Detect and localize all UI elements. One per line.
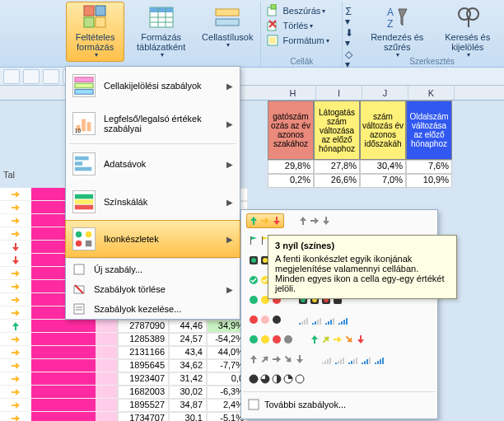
menu-highlight-rules[interactable]: Cellakijelölési szabályok▶	[66, 67, 240, 105]
svg-point-76	[273, 316, 281, 324]
svg-rect-10	[216, 9, 239, 16]
trend-icon	[0, 227, 31, 241]
sigma-icon[interactable]: Σ ▾	[345, 7, 357, 26]
data-bar	[31, 386, 118, 399]
svg-rect-100	[329, 358, 331, 364]
col-h[interactable]: H	[270, 86, 316, 100]
tool-btn[interactable]	[43, 69, 59, 84]
svg-rect-90	[341, 321, 343, 325]
trend-icon	[0, 306, 31, 320]
svg-rect-3	[96, 17, 105, 27]
svg-rect-92	[346, 318, 348, 325]
find-select-button[interactable]: Keresés és kijelölés▾	[434, 2, 501, 62]
svg-rect-32	[75, 161, 82, 166]
trend-icon	[0, 267, 31, 280]
cell[interactable]: 31,42	[169, 372, 207, 386]
svg-rect-98	[324, 361, 326, 364]
trend-icon	[0, 333, 31, 346]
delete-icon	[266, 19, 279, 32]
cell-styles-button[interactable]: Cellastílusok▾	[198, 2, 257, 62]
svg-rect-101	[335, 363, 337, 364]
menu-manage-rules[interactable]: Szabályok kezelése...	[66, 299, 240, 319]
menu-data-bars[interactable]: Adatsávok▶	[66, 145, 240, 183]
hdr-cell: Látogatás szám változása az előző hónaph…	[314, 101, 360, 160]
svg-rect-112	[369, 358, 371, 364]
icon-set-option[interactable]	[296, 312, 352, 327]
icon-set-option[interactable]	[246, 352, 307, 367]
svg-rect-104	[343, 358, 344, 364]
svg-rect-85	[325, 323, 327, 325]
trend-icon	[0, 254, 31, 267]
svg-text:Z: Z	[387, 18, 393, 30]
svg-rect-24	[75, 77, 93, 82]
format-as-table-button[interactable]: Formázás táblázatként▾	[128, 2, 194, 62]
new-rule-icon	[72, 263, 86, 276]
cell[interactable]: 44,46	[169, 320, 207, 333]
svg-rect-89	[338, 323, 340, 325]
trend-icon	[0, 188, 31, 201]
icon-set-option[interactable]	[246, 312, 284, 327]
cell[interactable]: 1682003	[118, 386, 169, 399]
cell[interactable]: 2131166	[118, 346, 169, 359]
cell[interactable]: 34,87	[169, 399, 207, 412]
insert-button[interactable]: Beszúrás▾	[264, 3, 338, 18]
svg-rect-36	[75, 205, 93, 210]
svg-rect-47	[250, 236, 251, 245]
icon-set-option[interactable]	[246, 372, 307, 386]
icon-set-option[interactable]	[246, 332, 296, 347]
trend-icon	[0, 346, 31, 359]
group-label-edit: Szerkesztés	[360, 57, 504, 66]
svg-rect-48	[262, 236, 263, 245]
sort-filter-button[interactable]: AZ Rendezés és szűrés▾	[363, 2, 431, 62]
icon-set-option[interactable]	[296, 213, 334, 228]
cell[interactable]: 1895645	[118, 359, 169, 372]
tool-btn[interactable]	[3, 69, 20, 84]
icon-set-option[interactable]	[246, 213, 284, 228]
format-button[interactable]: Formátum▾	[264, 33, 338, 48]
menu-color-scales[interactable]: Színskálák▶	[66, 183, 240, 221]
svg-rect-99	[327, 359, 329, 364]
col-k[interactable]: K	[408, 86, 455, 100]
cell[interactable]: 34,62	[169, 359, 207, 372]
svg-point-94	[261, 335, 269, 344]
col-i[interactable]: I	[316, 86, 362, 100]
cell[interactable]: 24,57	[169, 333, 207, 346]
menu-top-bottom[interactable]: 10 Legfelső/legalsó értékek szabályai▶	[66, 105, 240, 143]
cell[interactable]: 1734707	[118, 412, 169, 421]
col-j[interactable]: J	[362, 86, 408, 100]
svg-rect-33	[75, 167, 91, 171]
menu-icon-sets[interactable]: Ikonkészletek▶	[65, 220, 240, 258]
cell[interactable]: 1923407	[118, 372, 169, 386]
cell[interactable]: 2787090	[118, 320, 169, 333]
highlight-icon	[72, 74, 96, 97]
row-label: Tal	[3, 170, 15, 180]
svg-point-96	[284, 335, 292, 344]
svg-rect-31	[75, 157, 89, 161]
svg-text:10: 10	[75, 128, 82, 133]
group-label-cells: Cellák	[261, 57, 342, 66]
icon-set-option[interactable]	[307, 332, 368, 347]
tooltip-body: A fenti ikonkészlet egyik ikonjának megj…	[275, 254, 450, 293]
trend-icon	[0, 399, 31, 412]
delete-button[interactable]: Törlés▾	[264, 18, 338, 33]
cell[interactable]: 30,1	[169, 412, 207, 421]
icon-set-option[interactable]	[319, 352, 388, 367]
svg-rect-97	[322, 363, 324, 364]
clear-icon[interactable]: ◇ ▾	[345, 49, 357, 69]
cell[interactable]: 30,02	[169, 386, 207, 399]
tool-btn[interactable]	[23, 69, 40, 84]
ribbon-group-editing: AZ Rendezés és szűrés▾ Keresés és kijelö…	[360, 2, 504, 67]
icon-set-option[interactable]	[319, 372, 324, 386]
cell[interactable]: 43,4	[169, 346, 207, 359]
cell[interactable]: 1285389	[118, 333, 169, 346]
more-rules[interactable]: További szabályok...	[246, 395, 432, 414]
hdr-cell: szám változás év azonos időszakáh	[360, 101, 406, 160]
cell[interactable]: 1895527	[118, 399, 169, 412]
svg-rect-2	[84, 17, 94, 27]
ribbon-group-styles: Feltételes formázás▾ Formázás táblázatké…	[0, 2, 261, 67]
menu-clear-rules[interactable]: Szabályok törlése▶	[66, 279, 240, 299]
menu-new-rule[interactable]: Új szabály...	[66, 260, 240, 279]
fill-icon[interactable]: ⬇ ▾	[345, 28, 357, 48]
manage-rules-icon	[72, 302, 86, 316]
conditional-formatting-button[interactable]: Feltételes formázás▾	[66, 2, 124, 62]
